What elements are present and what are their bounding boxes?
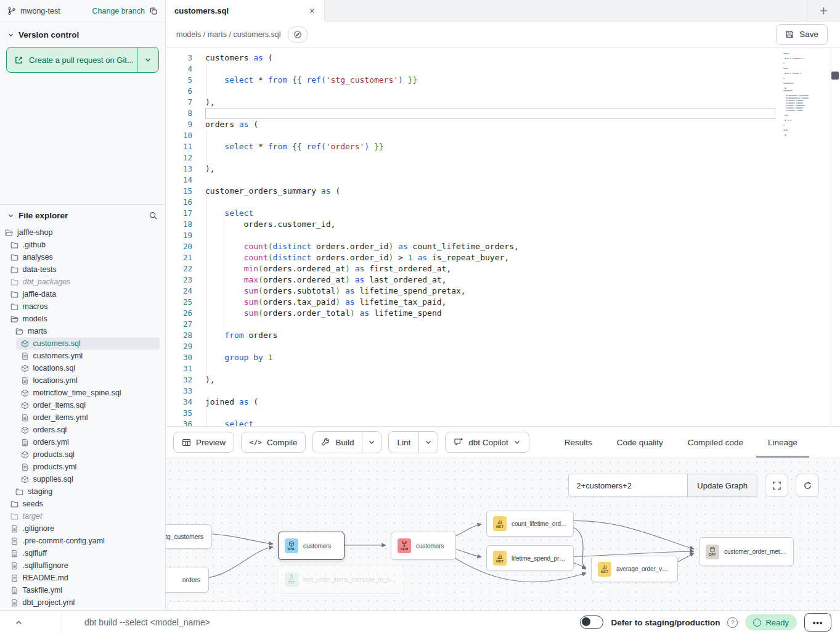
tab-compiled-code[interactable]: Compiled code bbox=[688, 427, 743, 458]
tree-item-locations-sql[interactable]: locations.sql bbox=[0, 362, 165, 374]
lineage-panel[interactable]: Update Graph stg_customersordersMDLcu bbox=[166, 458, 840, 610]
lint-button[interactable]: Lint bbox=[389, 432, 418, 453]
code-line-23[interactable]: max(orders.ordered_at) as last_ordered_a… bbox=[205, 274, 775, 286]
code-line-15[interactable]: customer_orders_summary as ( bbox=[205, 186, 775, 197]
lineage-node-customers-model[interactable]: MDLcustomers bbox=[278, 532, 345, 560]
tree-item--sqlfluffignore[interactable]: .sqlfluffignore bbox=[0, 559, 165, 572]
tree-item-target[interactable]: target bbox=[0, 510, 165, 522]
tree-item-customers-sql[interactable]: customers.sql bbox=[16, 337, 160, 350]
code-line-30[interactable]: group by 1 bbox=[205, 352, 775, 363]
new-tab-button[interactable] bbox=[807, 0, 840, 21]
code-line-8[interactable] bbox=[205, 108, 775, 119]
lineage-node-stg_customers[interactable]: stg_customers bbox=[166, 524, 212, 549]
code-line-34[interactable]: joined as ( bbox=[205, 397, 775, 408]
search-icon[interactable] bbox=[149, 211, 158, 220]
tree-item-metricflow-time-spine-sql[interactable]: metricflow_time_spine.sql bbox=[0, 387, 165, 399]
tree-item--pre-commit-config-yaml[interactable]: .pre-commit-config.yaml bbox=[0, 535, 165, 547]
version-control-header[interactable]: Version control bbox=[0, 22, 165, 46]
lineage-node-customer_order_metrics[interactable]: QRYcustomer_order_metrics bbox=[699, 537, 794, 566]
tree-item-orders-sql[interactable]: orders.sql bbox=[0, 424, 165, 436]
tree-item-Taskfile-yml[interactable]: Taskfile.yml bbox=[0, 584, 165, 596]
change-branch-link[interactable]: Change branch bbox=[92, 7, 145, 15]
refresh-button[interactable] bbox=[796, 474, 819, 497]
tree-item-products-sql[interactable]: products.sql bbox=[0, 448, 165, 461]
update-graph-button[interactable]: Update Graph bbox=[687, 474, 757, 496]
tree-item-order-items-yml[interactable]: order_items.yml bbox=[0, 411, 165, 424]
code-line-32[interactable]: ), bbox=[205, 374, 775, 385]
editor-minimap[interactable] bbox=[780, 47, 830, 426]
tree-item-jaffle-data[interactable]: jaffle-data bbox=[0, 288, 165, 300]
more-options-button[interactable]: ••• bbox=[804, 613, 831, 632]
lineage-node-orders[interactable]: orders bbox=[166, 567, 209, 593]
code-line-21[interactable]: count(distinct orders.order_id) > 1 as i… bbox=[205, 252, 775, 263]
code-line-25[interactable]: sum(orders.tax_paid) as lifetime_tax_pai… bbox=[205, 297, 775, 308]
lineage-node-count_lifetime_orders[interactable]: METcount_lifetime_orders bbox=[486, 511, 574, 537]
tree-item-locations-yml[interactable]: locations.yml bbox=[0, 374, 165, 387]
code-line-14[interactable] bbox=[205, 175, 775, 186]
close-icon[interactable] bbox=[309, 7, 316, 14]
code-line-10[interactable] bbox=[205, 130, 775, 141]
code-line-35[interactable] bbox=[205, 408, 775, 419]
code-line-7[interactable]: ), bbox=[205, 97, 775, 108]
code-line-4[interactable] bbox=[205, 64, 775, 75]
code-line-16[interactable] bbox=[205, 197, 775, 208]
tree-item-data-tests[interactable]: data-tests bbox=[0, 263, 165, 276]
lineage-node-average_order_value[interactable]: METaverage_order_value bbox=[591, 556, 678, 582]
save-button[interactable]: Save bbox=[776, 24, 828, 45]
preview-button[interactable]: Preview bbox=[173, 432, 234, 453]
code-line-5[interactable]: select * from {{ ref('stg_customers') }} bbox=[205, 75, 775, 86]
code-line-31[interactable] bbox=[205, 363, 775, 374]
tree-item-staging[interactable]: staging bbox=[0, 485, 165, 498]
code-line-36[interactable]: select bbox=[205, 419, 775, 426]
tab-results[interactable]: Results bbox=[565, 427, 592, 458]
lineage-selector-input[interactable] bbox=[569, 474, 687, 496]
tree-item-order-items-sql[interactable]: order_items.sql bbox=[0, 399, 165, 411]
lineage-node-customers-semantic[interactable]: SEMcustomers bbox=[391, 532, 456, 560]
code-line-27[interactable] bbox=[205, 319, 775, 330]
code-line-9[interactable]: orders as ( bbox=[205, 119, 775, 130]
create-pr-dropdown[interactable] bbox=[137, 47, 158, 72]
code-line-24[interactable]: sum(orders.subtotal) as lifetime_spend_p… bbox=[205, 286, 775, 297]
lineage-node-ghost-partial[interactable] bbox=[167, 601, 255, 610]
dbt-copilot-button[interactable]: dbt Copilot bbox=[445, 432, 529, 453]
code-line-22[interactable]: min(orders.ordered_at) as first_ordered_… bbox=[205, 263, 775, 274]
code-line-3[interactable]: customers as ( bbox=[205, 52, 775, 64]
lineage-node-lifetime_spend_pretax[interactable]: METlifetime_spend_pretax bbox=[486, 545, 574, 571]
code-line-29[interactable] bbox=[205, 341, 775, 352]
tree-item-marts[interactable]: marts bbox=[0, 325, 165, 337]
editor-gutter[interactable]: 3456789101112131415161718192021222324252… bbox=[166, 47, 200, 426]
tree-item-orders-yml[interactable]: orders.yml bbox=[0, 436, 165, 448]
create-pr-button[interactable]: Create a pull request on Git... bbox=[7, 47, 137, 72]
lineage-node-test-order-items[interactable]: TSTtest_order_items_compute_to_bools... bbox=[278, 565, 404, 594]
tab-code-quality[interactable]: Code quality bbox=[617, 427, 663, 458]
code-line-11[interactable]: select * from {{ ref('orders') }} bbox=[205, 141, 775, 152]
tree-item--gitignore[interactable]: .gitignore bbox=[0, 522, 165, 535]
tree-item-jaffle-shop[interactable]: jaffle-shop bbox=[0, 226, 165, 239]
code-editor[interactable]: 3456789101112131415161718192021222324252… bbox=[166, 47, 840, 426]
tree-item--github[interactable]: .github bbox=[0, 239, 165, 251]
code-line-12[interactable] bbox=[205, 152, 775, 163]
tree-item-customers-yml[interactable]: customers.yml bbox=[0, 350, 165, 362]
command-bar-collapse[interactable] bbox=[0, 611, 62, 634]
code-line-17[interactable]: select bbox=[205, 208, 775, 219]
copy-icon[interactable] bbox=[149, 7, 158, 15]
tree-item-supplies-sql[interactable]: supplies.sql bbox=[0, 473, 165, 485]
command-input[interactable]: dbt build --select <model_name> bbox=[62, 617, 210, 627]
editor-code[interactable]: customers as ( select * from {{ ref('stg… bbox=[200, 47, 780, 426]
defer-toggle[interactable] bbox=[580, 615, 603, 629]
tab-lineage[interactable]: Lineage bbox=[768, 427, 797, 458]
tree-item--sqlfluff[interactable]: .sqlfluff bbox=[0, 547, 165, 559]
scrollbar-thumb[interactable] bbox=[831, 72, 839, 80]
fullscreen-button[interactable] bbox=[765, 474, 788, 497]
tab-customers-sql[interactable]: customers.sql bbox=[166, 0, 325, 22]
code-line-26[interactable]: sum(orders.order_total) as lifetime_spen… bbox=[205, 308, 775, 319]
explore-compass-button[interactable] bbox=[288, 27, 308, 43]
code-line-19[interactable] bbox=[205, 230, 775, 241]
file-explorer-header[interactable]: File explorer bbox=[0, 205, 165, 225]
build-dropdown[interactable] bbox=[362, 432, 381, 453]
code-line-28[interactable]: from orders bbox=[205, 330, 775, 341]
tree-item-dbt-project-yml[interactable]: dbt_project.yml bbox=[0, 596, 165, 609]
compile-button[interactable]: </> Compile bbox=[241, 432, 306, 453]
code-line-6[interactable] bbox=[205, 86, 775, 97]
tree-item-seeds[interactable]: seeds bbox=[0, 498, 165, 510]
